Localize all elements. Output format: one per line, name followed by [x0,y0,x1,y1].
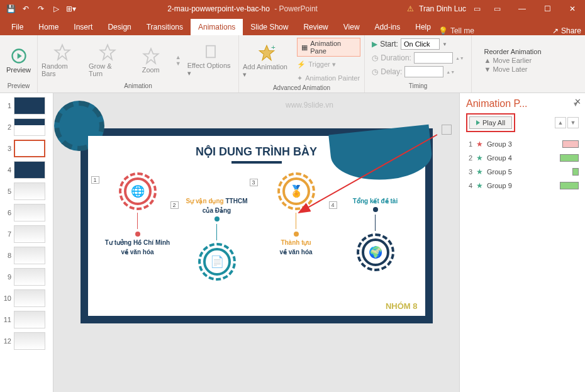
tab-addins[interactable]: Add-ins [367,19,408,35]
tab-home[interactable]: Home [31,19,66,35]
quick-access-toolbar: 💾 ↶ ↷ ▷ ⊞▾ [0,2,78,16]
effect-options-button[interactable]: Effect Options ▾ [187,43,235,77]
touch-mode-icon[interactable]: ⊞▾ [64,2,78,16]
share-icon: ↗ [552,26,559,35]
animation-tag[interactable]: 3 [250,179,258,186]
share-button[interactable]: ↗Share [552,26,581,35]
start-from-beginning-icon[interactable]: ▷ [49,2,63,16]
tab-help[interactable]: Help [408,19,438,35]
animation-item[interactable]: 3 ★ Group 5 [466,166,579,177]
effect-grow-turn[interactable]: Grow & Turn [89,43,126,77]
item-text: Sự vận dụng TTHCM [186,198,247,204]
slide[interactable]: NỘI DUNG TRÌNH BÀY 1 🌐 Tư tưởng Hồ Chí M… [81,128,433,323]
tab-design[interactable]: Design [100,19,138,35]
slide-thumb[interactable] [14,118,45,136]
animation-tag[interactable]: 2 [170,201,179,209]
content-item-2: 2 Sự vận dụng TTHCM của Đảng 📄 [179,198,255,281]
ribbon-options-icon[interactable]: ▭ [484,0,510,18]
animation-tag[interactable]: 4 [329,201,337,209]
group-label-preview: Preview [8,82,30,91]
group-label-timing: Timing [409,82,428,91]
animation-item[interactable]: 1 ★ Group 3 [466,138,579,150]
add-animation-button[interactable]: + Add Animation ▾ [243,44,291,79]
spinner-icon[interactable]: ▲▼ [446,70,455,74]
ribbon: Preview Preview Random Bars Grow & Turn … [0,35,585,93]
watermark: www.9slide.vn [286,101,333,109]
content-item-3: 3 🏅 Thành tựu về văn hóa [259,172,334,281]
slide-thumbnails: 1 2 3 4 5 6 7 8 9 10 11 12 [0,93,53,392]
animation-painter-button[interactable]: ✦Animation Painter [297,72,360,84]
duration-input[interactable] [414,52,453,64]
chevron-down-icon[interactable]: ▼ [442,42,447,47]
badge-icon: 🏅 [282,177,310,205]
effects-more-icon[interactable]: ▲▼ [176,54,181,67]
slide-thumb[interactable] [14,289,45,307]
item-text: về văn hóa [121,249,153,255]
content-item-1: 1 🌐 Tư tưởng Hồ Chí Minh về văn hóa [100,172,176,281]
move-up-button[interactable]: ▲ [555,117,566,128]
tab-file[interactable]: File [4,19,31,35]
thumb-num: 5 [3,188,11,195]
move-later-button[interactable]: ▼ Move Later [484,65,541,73]
play-all-button[interactable]: Play All [469,116,512,129]
animation-pane: ✕ Animation P...▼ ▲ ▼ Play All 1 ★ Group… [459,93,585,392]
maximize-button[interactable]: ☐ [535,0,560,18]
close-button[interactable]: ✕ [560,0,585,18]
slide-canvas[interactable]: www.9slide.vn NỘI DUNG TRÌNH BÀY 1 🌐 Tư … [53,93,459,392]
move-down-button[interactable]: ▼ [567,117,579,128]
move-earlier-button[interactable]: ▲ Move Earlier [484,57,541,64]
slide-thumb[interactable] [14,225,45,243]
group-label-advanced: Advanced Animation [273,84,330,91]
tab-transitions[interactable]: Transitions [139,19,191,35]
play-all-highlight: Play All [466,113,515,132]
item-text: Tổng kết đề tài [353,198,398,204]
user-info[interactable]: ⚠ Tran Dinh Luc ▭ [407,4,484,13]
thumb-num: 9 [3,273,11,281]
animation-item[interactable]: 4 ★ Group 9 [466,180,579,191]
svg-rect-5 [206,46,215,58]
undo-icon[interactable]: ↶ [19,2,33,16]
item-name: Group 4 [487,154,556,162]
close-pane-button[interactable]: ✕ [574,97,581,106]
clock-icon: ◷ [372,67,378,76]
slide-thumb[interactable] [14,247,45,264]
slide-thumb-selected[interactable] [14,140,45,157]
slide-thumb[interactable] [14,182,45,200]
animation-tag[interactable]: 1 [91,176,99,184]
tell-me[interactable]: 💡Tell me [438,26,474,35]
timeline-bar [562,140,579,148]
slide-thumb[interactable] [14,268,45,286]
slide-thumb[interactable] [14,97,45,115]
trigger-button[interactable]: ⚡Trigger ▾ [297,58,360,70]
spinner-icon[interactable]: ▲▼ [455,56,464,60]
effect-zoom[interactable]: Zoom [133,47,169,74]
animation-item[interactable]: 2 ★ Group 4 [466,152,579,164]
slide-thumb[interactable] [14,204,45,221]
slide-thumb[interactable] [14,311,45,328]
start-select[interactable] [401,38,440,50]
start-label: Start: [380,40,398,48]
effect-random-bars[interactable]: Random Bars [42,43,82,77]
tab-insert[interactable]: Insert [66,19,100,35]
account-icon: ▭ [474,4,481,13]
effect-options-icon [202,43,220,60]
slide-thumb[interactable] [14,332,45,350]
slide-thumb[interactable] [14,161,45,179]
redo-icon[interactable]: ↷ [34,2,48,16]
delay-input[interactable] [404,66,443,77]
svg-marker-2 [55,45,69,59]
animation-pane-button[interactable]: ▦Animation Pane [297,38,360,57]
selection-marker [442,125,452,135]
tab-review[interactable]: Review [296,19,335,35]
save-icon[interactable]: 💾 [4,2,18,16]
tab-animations[interactable]: Animations [191,19,243,35]
play-icon [476,120,480,125]
tab-slideshow[interactable]: Slide Show [243,19,296,35]
tab-view[interactable]: View [336,19,367,35]
ribbon-tabs: File Home Insert Design Transitions Anim… [0,18,585,35]
reorder-buttons: ▲ ▼ [555,117,579,128]
preview-button[interactable]: Preview [1,47,37,74]
svg-marker-3 [100,45,114,59]
painter-icon: ✦ [297,74,303,82]
minimize-button[interactable]: — [510,0,535,18]
